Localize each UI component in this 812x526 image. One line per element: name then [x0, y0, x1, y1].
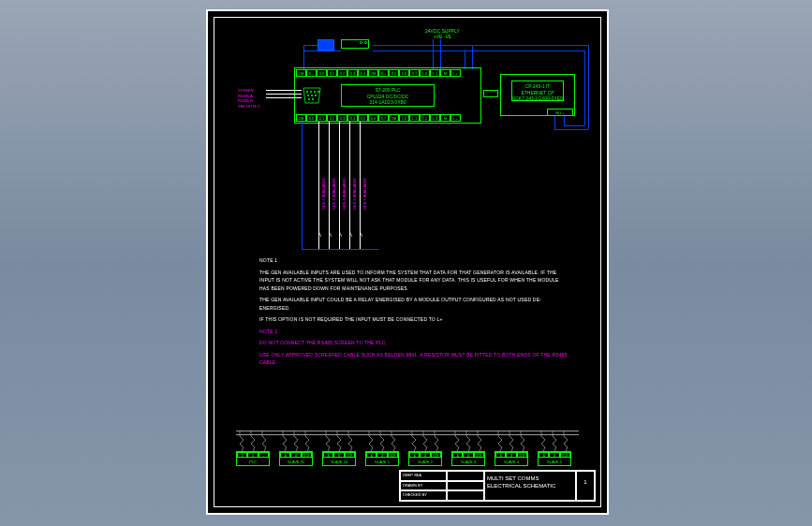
wire	[554, 116, 555, 129]
svg-line-19	[350, 232, 353, 237]
plc-top-terminals: 1M1L+0.00.10.20.30.42M2L+0.50.60.71.01.1…	[296, 69, 461, 77]
cable-drop	[408, 431, 442, 451]
svg-line-16	[340, 232, 343, 237]
switch-symbol	[337, 226, 342, 238]
svg-point-6	[315, 95, 317, 96]
note-1-title: NOTE 1	[259, 256, 569, 265]
wire	[329, 238, 330, 249]
cable-drop	[451, 431, 485, 451]
wire	[266, 94, 302, 95]
wire	[465, 51, 465, 69]
terminal: 0.1	[317, 114, 327, 122]
svg-line-10	[319, 232, 322, 237]
svg-point-2	[314, 91, 316, 93]
cable-drop	[365, 431, 399, 451]
gen-available-label: GEN 4 AVAILABLE	[352, 178, 357, 210]
wire	[485, 45, 588, 46]
gen-available-label: GEN 2 AVAILABLE	[332, 178, 336, 210]
slave-module: ABSCRSLAVE 5	[538, 451, 571, 466]
blank-cell	[447, 490, 484, 501]
wire	[495, 51, 584, 51]
bus-connector	[483, 90, 498, 97]
svg-point-5	[311, 95, 313, 96]
note-2-p2: USE ONLY APPROVED SCREENED CABLE SUCH AS…	[259, 351, 569, 367]
wire	[588, 45, 589, 129]
slave-module: ABSCRSLAVE 1	[365, 451, 399, 466]
wire	[373, 51, 495, 51]
drawing-sheet: 24VDC SUPPLY+VE -VE 1M1L+0.00.10.20.30.4…	[206, 9, 609, 515]
terminal: 1M	[296, 114, 306, 122]
terminal: 1.0	[399, 114, 409, 122]
terminal: 1L+	[306, 69, 317, 77]
terminal: 0.5	[358, 114, 368, 122]
terminal: 0.1	[327, 69, 337, 77]
db9-connector	[302, 86, 322, 105]
wire	[349, 238, 350, 249]
note-1-p2: THE GEN AVAILABLE INPUT COULD BE A RELAY…	[259, 296, 569, 312]
note-2-title: NOTE 2	[259, 328, 569, 336]
rs485-side-labels: SCREEN RS485 A RS485 B SEE NOTE 2	[238, 88, 260, 109]
gen-available-label: GEN 1 AVAILABLE	[321, 178, 326, 210]
wire	[339, 122, 340, 243]
slave-module: ABSCRSLAVE 2	[408, 451, 442, 466]
terminal: 1M	[296, 69, 306, 77]
wire	[440, 39, 441, 69]
svg-point-1	[310, 91, 312, 93]
cable-drop	[495, 431, 528, 451]
terminal: 1.0	[420, 69, 430, 77]
svg-line-22	[361, 232, 363, 237]
plc-label: S7-200 PLC CPU224 DC/DC/DC 214-1AD23-0XB…	[341, 84, 435, 107]
terminal: M	[440, 114, 450, 122]
terminal: 0.2	[327, 114, 337, 122]
blank-cell	[447, 471, 484, 481]
supply-label: 24VDC SUPPLY+VE -VE	[425, 28, 460, 39]
wire	[564, 125, 584, 126]
terminal: 0.3	[337, 114, 347, 122]
terminal: 0.0	[306, 114, 317, 122]
switch-symbol	[358, 226, 362, 238]
wire	[313, 249, 378, 250]
slave-name: SLAVE 3	[452, 458, 484, 467]
svg-point-8	[312, 98, 314, 100]
wire	[318, 122, 319, 243]
slave-name: SLAVE 5	[539, 458, 570, 467]
slave-module: ABSCRSLAVE 4	[495, 451, 528, 466]
wire	[360, 238, 361, 249]
wire	[318, 238, 319, 249]
terminal: 0.7	[409, 69, 420, 77]
terminal: 2M	[389, 114, 399, 122]
plc-bottom-terminals: 1M0.00.10.20.30.40.50.60.72M1.01.11.21.3…	[296, 114, 461, 122]
gen-available-label: GEN 5 AVAILABLE	[362, 178, 367, 210]
wire	[472, 45, 473, 69]
wire	[302, 122, 303, 249]
slave-terminal: 3	[237, 452, 247, 458]
terminal: 1.3	[430, 114, 440, 122]
svg-point-4	[307, 95, 309, 96]
wire	[266, 97, 302, 98]
switch-symbol	[327, 226, 332, 238]
cp-terminal: M L+	[547, 109, 573, 116]
terminal: M	[440, 69, 450, 77]
terminal: 0.4	[347, 114, 358, 122]
terminal: 0.5	[389, 69, 399, 77]
wire	[584, 51, 585, 125]
wire	[373, 45, 485, 46]
wire	[564, 116, 565, 125]
wire	[349, 122, 350, 243]
note-1-p3: IF THIS OPTION IS NOT REQUIRED THE INPUT…	[259, 315, 569, 324]
svg-point-3	[317, 91, 319, 93]
note-2-p1: DO NOT CONNECT THE RS485 SCREEN TO THE P…	[259, 339, 569, 347]
switch-symbol	[347, 226, 352, 238]
cable-drop	[279, 431, 313, 451]
wire	[303, 45, 304, 69]
terminal-dot	[364, 41, 367, 44]
slave-terminal: -	[258, 452, 269, 458]
wire	[329, 122, 330, 243]
terminal: 0.7	[378, 114, 389, 122]
cable-drop	[322, 431, 356, 451]
blank-cell	[447, 481, 484, 491]
slave-name: SLAVE 10	[323, 458, 355, 467]
wire	[303, 51, 341, 51]
slave-name: SLAVE 32	[280, 458, 312, 467]
terminal: 1.2	[420, 114, 430, 122]
